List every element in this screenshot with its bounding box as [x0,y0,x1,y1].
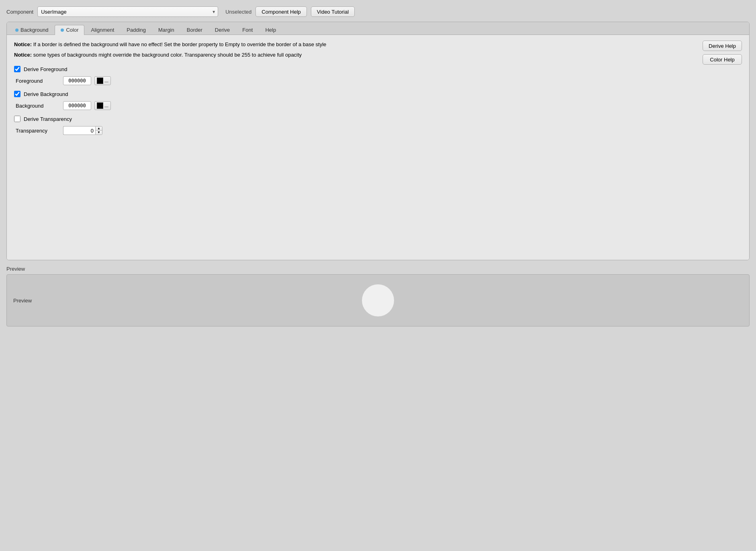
transparency-label: Transparency [16,128,60,134]
notice1-text: If a border is defined the background wi… [32,41,326,47]
tab-color[interactable]: Color [55,25,84,35]
preview-text: Preview [13,298,32,304]
foreground-color-swatch [97,78,103,84]
derive-transparency-label: Derive Transparency [24,116,72,122]
derive-foreground-label: Derive Foreground [24,66,67,72]
tab-bar: Background Color Alignment Padding Margi… [7,22,749,35]
notice2-strong: Notice: [14,52,32,58]
foreground-color-picker-button[interactable]: ... [94,76,111,85]
component-select-wrapper: UserImage ▼ [37,6,218,17]
derive-transparency-checkbox[interactable] [14,116,20,122]
notice-1: Notice: If a border is defined the backg… [14,41,742,49]
derive-help-button[interactable]: Derive Help [703,41,742,51]
component-help-button[interactable]: Component Help [255,6,307,17]
component-select[interactable]: UserImage [37,6,218,17]
tab-derive[interactable]: Derive [209,25,236,35]
background-picker-dots: ... [104,103,108,108]
notice1-strong: Notice: [14,41,32,47]
unselected-label: Unselected [225,9,251,15]
preview-circle [362,284,394,316]
content-area: Notice: If a border is defined the backg… [7,35,749,260]
derive-transparency-row: Derive Transparency [14,116,742,122]
color-help-button[interactable]: Color Help [703,54,742,65]
tab-alignment[interactable]: Alignment [85,25,120,35]
tab-border[interactable]: Border [181,25,208,35]
tab-margin-label: Margin [158,27,174,33]
tab-derive-label: Derive [215,27,230,33]
transparency-field-row: Transparency ▲ ▼ [16,126,742,135]
tab-border-label: Border [187,27,202,33]
notice2-text: some types of backgrounds might override… [32,52,302,58]
form-section: Derive Foreground Foreground ... Derive … [14,66,742,135]
transparency-spinner: ▲ ▼ [63,126,102,135]
foreground-label: Foreground [16,78,60,84]
tab-padding[interactable]: Padding [121,25,152,35]
background-label: Background [16,103,60,109]
derive-foreground-row: Derive Foreground [14,66,742,72]
transparency-decrement-button[interactable]: ▼ [96,131,102,135]
tab-background-label: Background [20,27,48,33]
tab-help[interactable]: Help [259,25,282,35]
main-panel: Background Color Alignment Padding Margi… [6,22,750,260]
derive-background-row: Derive Background [14,91,742,97]
tab-background[interactable]: Background [9,25,54,35]
tab-font-label: Font [242,27,253,33]
notice-2: Notice: some types of backgrounds might … [14,51,742,59]
foreground-field-row: Foreground ... [16,76,742,85]
transparency-increment-button[interactable]: ▲ [96,127,102,131]
help-buttons: Derive Help Color Help [703,41,742,65]
tab-margin[interactable]: Margin [152,25,180,35]
video-tutorial-button[interactable]: Video Tutorial [311,6,355,17]
preview-section: Preview Preview [6,266,750,327]
tab-font[interactable]: Font [236,25,259,35]
preview-box: Preview [6,274,750,327]
derive-background-label: Derive Background [24,91,68,97]
background-input[interactable] [63,101,91,110]
background-color-swatch [97,102,103,109]
preview-section-label: Preview [6,266,750,272]
foreground-picker-dots: ... [104,78,108,84]
tab-color-label: Color [66,27,78,33]
tab-alignment-label: Alignment [91,27,114,33]
background-field-row: Background ... [16,101,742,110]
color-tab-dot [61,29,64,32]
derive-foreground-checkbox[interactable] [14,66,20,72]
component-label: Component [6,9,33,15]
transparency-input[interactable] [63,126,95,135]
top-bar: Component UserImage ▼ Unselected Compone… [6,6,750,17]
background-tab-dot [15,29,18,32]
spinner-buttons: ▲ ▼ [95,126,102,135]
tab-help-label: Help [265,27,276,33]
foreground-input[interactable] [63,76,91,85]
tab-padding-label: Padding [127,27,146,33]
derive-background-checkbox[interactable] [14,91,20,97]
background-color-picker-button[interactable]: ... [94,101,111,110]
